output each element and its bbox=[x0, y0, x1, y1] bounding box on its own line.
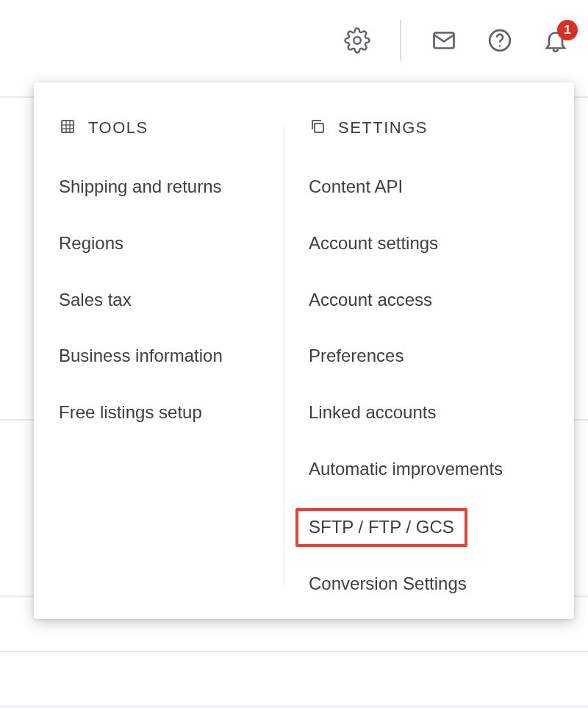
tools-header-label: TOOLS bbox=[88, 118, 148, 137]
tools-header: TOOLS bbox=[59, 118, 259, 138]
menu-business-information[interactable]: Business information bbox=[59, 346, 259, 367]
menu-linked-accounts[interactable]: Linked accounts bbox=[309, 402, 549, 423]
bell-icon[interactable]: 1 bbox=[542, 27, 569, 54]
mail-icon[interactable] bbox=[431, 27, 457, 54]
settings-header-label: SETTINGS bbox=[338, 118, 428, 137]
grid-icon bbox=[59, 118, 76, 138]
toolbar-divider bbox=[400, 20, 401, 61]
menu-automatic-improvements[interactable]: Automatic improvements bbox=[309, 459, 549, 480]
svg-rect-4 bbox=[62, 121, 74, 132]
menu-free-listings-setup[interactable]: Free listings setup bbox=[59, 402, 259, 423]
settings-column: SETTINGS Content API Account settings Ac… bbox=[284, 118, 574, 594]
svg-point-0 bbox=[354, 37, 361, 44]
menu-preferences[interactable]: Preferences bbox=[309, 346, 549, 367]
menu-content-api[interactable]: Content API bbox=[309, 176, 549, 198]
tools-column: TOOLS Shipping and returns Regions Sales… bbox=[34, 118, 284, 594]
svg-rect-9 bbox=[315, 124, 323, 132]
svg-point-3 bbox=[499, 45, 501, 47]
menu-regions[interactable]: Regions bbox=[59, 233, 259, 254]
top-toolbar: 1 bbox=[344, 0, 588, 81]
menu-shipping-returns[interactable]: Shipping and returns bbox=[59, 176, 259, 198]
menu-conversion-settings[interactable]: Conversion Settings bbox=[309, 573, 549, 595]
menu-account-access[interactable]: Account access bbox=[309, 290, 549, 311]
menu-account-settings[interactable]: Account settings bbox=[309, 233, 549, 254]
notification-badge: 1 bbox=[557, 20, 578, 40]
settings-dropdown-panel: TOOLS Shipping and returns Regions Sales… bbox=[34, 82, 574, 619]
menu-sales-tax[interactable]: Sales tax bbox=[59, 290, 259, 311]
copy-stack-icon bbox=[309, 118, 326, 138]
panel-divider bbox=[284, 124, 284, 588]
gear-icon[interactable] bbox=[344, 27, 370, 54]
settings-header: SETTINGS bbox=[309, 118, 549, 138]
menu-sftp-ftp-gcs[interactable]: SFTP / FTP / GCS bbox=[295, 508, 467, 547]
help-icon[interactable] bbox=[487, 27, 513, 54]
